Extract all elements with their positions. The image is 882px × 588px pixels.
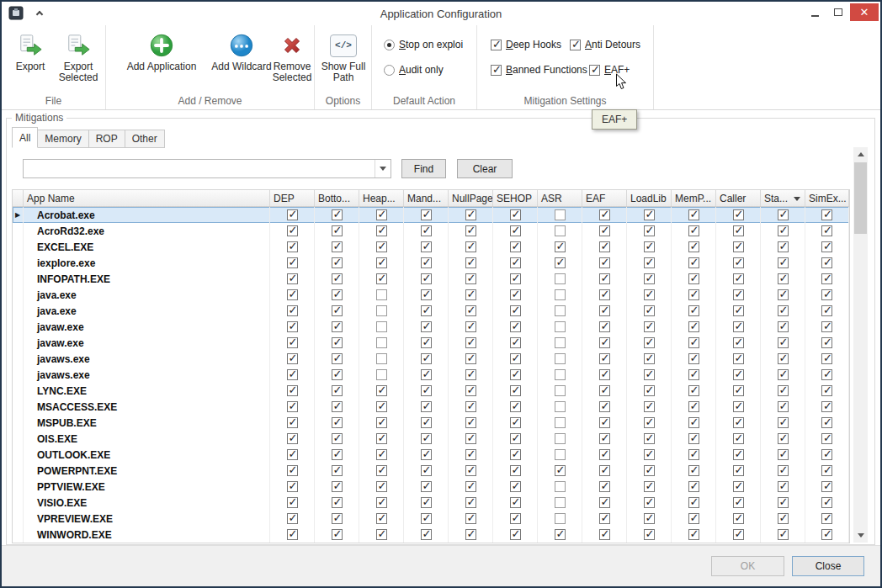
mitigation-cell[interactable] xyxy=(315,463,359,479)
mitigation-cell[interactable] xyxy=(359,463,404,479)
checkbox-icon[interactable] xyxy=(570,40,581,50)
mitigation-checkbox-icon[interactable] xyxy=(287,465,298,476)
mitigation-checkbox-icon[interactable] xyxy=(733,257,744,268)
mitigation-checkbox-icon[interactable] xyxy=(599,513,610,524)
mitigation-checkbox-icon[interactable] xyxy=(287,321,298,332)
table-row[interactable]: javaws.exe xyxy=(13,367,849,383)
mitigation-checkbox-icon[interactable] xyxy=(733,385,744,396)
mitigation-cell[interactable] xyxy=(805,479,849,495)
mitigation-checkbox-icon[interactable] xyxy=(465,433,476,444)
mitigation-cell[interactable] xyxy=(805,431,849,447)
mitigation-cell[interactable] xyxy=(538,479,582,495)
mitigation-cell[interactable] xyxy=(493,351,538,367)
mitigation-cell[interactable] xyxy=(315,431,359,447)
mitigation-checkbox-icon[interactable] xyxy=(421,449,432,460)
mitigation-cell[interactable] xyxy=(627,335,672,351)
column-header[interactable]: Botto... xyxy=(315,190,359,206)
tab-other[interactable]: Other xyxy=(125,130,165,148)
mitigation-cell[interactable] xyxy=(761,431,805,447)
mitigation-cell[interactable] xyxy=(805,399,849,415)
table-row[interactable]: iexplore.exe xyxy=(13,255,849,271)
mitigation-checkbox-icon[interactable] xyxy=(733,513,744,524)
mitigation-checkbox-icon[interactable] xyxy=(599,273,610,284)
mitigation-checkbox-icon[interactable] xyxy=(287,241,298,252)
mitigation-checkbox-icon[interactable] xyxy=(287,305,298,316)
mitigation-checkbox-icon[interactable] xyxy=(465,241,476,252)
mitigation-cell[interactable] xyxy=(582,223,627,239)
mitigation-cell[interactable] xyxy=(538,351,582,367)
mitigation-cell[interactable] xyxy=(270,415,315,431)
mitigation-cell[interactable] xyxy=(805,255,849,271)
mitigation-cell[interactable] xyxy=(716,207,761,223)
mitigation-checkbox-icon[interactable] xyxy=(644,449,655,460)
mitigation-cell[interactable] xyxy=(404,431,449,447)
mitigation-checkbox-icon[interactable] xyxy=(332,369,343,380)
mitigation-checkbox-icon[interactable] xyxy=(510,273,521,284)
mitigation-cell[interactable] xyxy=(538,239,582,255)
mitigation-checkbox-icon[interactable] xyxy=(733,305,744,316)
mitigation-cell[interactable] xyxy=(672,319,716,335)
mitigation-cell[interactable] xyxy=(404,463,449,479)
mitigation-checkbox-icon[interactable] xyxy=(555,513,566,524)
table-row[interactable]: POWERPNT.EXE xyxy=(13,463,849,479)
mitigation-checkbox-icon[interactable] xyxy=(778,385,789,396)
mitigation-checkbox-icon[interactable] xyxy=(644,209,655,220)
mitigation-checkbox-icon[interactable] xyxy=(821,225,832,236)
mitigation-cell[interactable] xyxy=(805,223,849,239)
mitigation-cell[interactable] xyxy=(716,287,761,303)
mitigation-cell[interactable] xyxy=(672,271,716,287)
mitigation-cell[interactable] xyxy=(493,255,538,271)
tab-rop[interactable]: ROP xyxy=(89,130,125,148)
mitigation-cell[interactable] xyxy=(315,415,359,431)
mitigation-cell[interactable] xyxy=(582,463,627,479)
mitigation-cell[interactable] xyxy=(538,319,582,335)
mitigation-checkbox-icon[interactable] xyxy=(510,241,521,252)
mitigation-checkbox-icon[interactable] xyxy=(376,513,387,524)
mitigation-cell[interactable] xyxy=(493,415,538,431)
mitigation-cell[interactable] xyxy=(761,239,805,255)
scroll-down-button[interactable] xyxy=(853,528,868,543)
mitigation-cell[interactable] xyxy=(359,511,404,527)
mitigation-cell[interactable] xyxy=(538,207,582,223)
mitigation-cell[interactable] xyxy=(716,527,761,543)
mitigation-cell[interactable] xyxy=(493,527,538,543)
mitigation-checkbox-icon[interactable] xyxy=(332,449,343,460)
mitigation-cell[interactable] xyxy=(359,367,404,383)
mitigation-checkbox-icon[interactable] xyxy=(688,257,699,268)
mitigation-checkbox-icon[interactable] xyxy=(599,465,610,476)
mitigation-cell[interactable] xyxy=(805,463,849,479)
mitigation-cell[interactable] xyxy=(270,511,315,527)
mitigation-cell[interactable] xyxy=(404,287,449,303)
scroll-up-button[interactable] xyxy=(853,147,868,162)
mitigation-checkbox-icon[interactable] xyxy=(644,497,655,508)
mitigation-checkbox-icon[interactable] xyxy=(644,337,655,348)
mitigation-cell[interactable] xyxy=(449,479,493,495)
mitigation-checkbox-icon[interactable] xyxy=(778,369,789,380)
mitigation-checkbox-icon[interactable] xyxy=(599,449,610,460)
mitigation-checkbox-icon[interactable] xyxy=(287,289,298,300)
mitigation-checkbox-icon[interactable] xyxy=(821,433,832,444)
mitigation-checkbox-icon[interactable] xyxy=(821,289,832,300)
mitigation-checkbox-icon[interactable] xyxy=(510,209,521,220)
mitigation-cell[interactable] xyxy=(805,415,849,431)
mitigation-checkbox-icon[interactable] xyxy=(287,209,298,220)
mitigation-checkbox-icon[interactable] xyxy=(644,225,655,236)
mitigation-cell[interactable] xyxy=(493,431,538,447)
mitigation-cell[interactable] xyxy=(538,223,582,239)
mitigation-cell[interactable] xyxy=(582,319,627,335)
mitigation-cell[interactable] xyxy=(672,383,716,399)
mitigation-cell[interactable] xyxy=(761,367,805,383)
mitigation-checkbox-icon[interactable] xyxy=(376,433,387,444)
mitigation-checkbox-icon[interactable] xyxy=(465,449,476,460)
mitigation-cell[interactable] xyxy=(627,511,672,527)
mitigation-checkbox-icon[interactable] xyxy=(688,481,699,492)
mitigation-cell[interactable] xyxy=(761,479,805,495)
mitigation-checkbox-icon[interactable] xyxy=(376,385,387,396)
mitigation-cell[interactable] xyxy=(582,511,627,527)
mitigation-cell[interactable] xyxy=(449,463,493,479)
mitigation-cell[interactable] xyxy=(359,255,404,271)
mitigation-cell[interactable] xyxy=(672,255,716,271)
mitigation-checkbox-icon[interactable] xyxy=(287,385,298,396)
mitigation-cell[interactable] xyxy=(449,527,493,543)
mitigation-checkbox-icon[interactable] xyxy=(332,209,343,220)
